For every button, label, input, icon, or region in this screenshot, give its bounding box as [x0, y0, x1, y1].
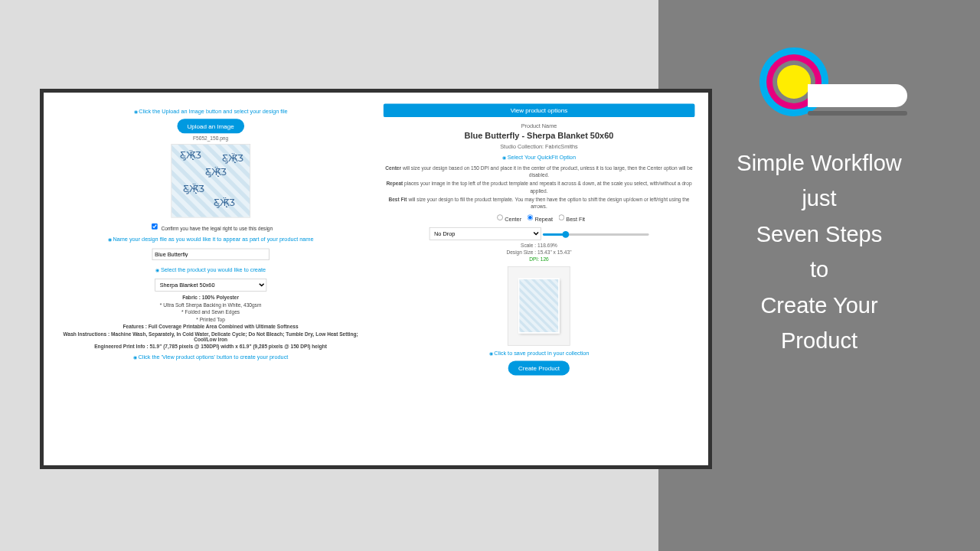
studio-label: Studio Collection: FabricSmiths — [383, 143, 694, 149]
step-2-label: Name your design file as you would like … — [55, 236, 367, 243]
features-label: Features : Full Coverage Printable Area … — [55, 324, 367, 329]
scale-value: Scale : 118.69% — [383, 243, 694, 248]
bestfit-desc: Best Fit will size your design to fill t… — [383, 196, 694, 210]
legal-confirm[interactable]: Confirm you have the legal right to use … — [55, 221, 367, 232]
step-5-label: Select Your QuickFit Option — [383, 154, 694, 160]
spec-1: * Ultra Soft Sherpa Backing in White, 43… — [55, 302, 367, 308]
design-preview: Ƹ̵̡Ӝ̵̨̄Ʒ Ƹ̵̡Ӝ̵̨̄Ʒ Ƹ̵̡Ӝ̵̨̄Ʒ Ƹ̵̡Ӝ̵̨̄Ʒ Ƹ̵̡Ӝ… — [171, 144, 250, 217]
create-product-button[interactable]: Create Product — [508, 360, 570, 375]
brand-logo — [754, 38, 884, 122]
upload-image-button[interactable]: Upload an Image — [177, 119, 243, 133]
product-name-label: Product Name — [383, 122, 694, 129]
product-preview — [508, 266, 570, 346]
design-name-input[interactable] — [152, 249, 269, 260]
quickfit-options[interactable]: Center Repeat Best Fit — [383, 214, 694, 222]
step-6-label: Click to save product in your collection — [383, 350, 694, 356]
repeat-desc: Repeat places your image in the top left… — [383, 181, 694, 194]
drop-select[interactable]: No Drop — [429, 227, 541, 240]
scale-slider[interactable] — [543, 233, 649, 236]
step-4-label: Click the 'View product options' button … — [55, 354, 367, 360]
center-desc: Center Center will size your design base… — [383, 165, 694, 178]
svg-point-3 — [777, 65, 811, 99]
step-3-label: Select the product you would like to cre… — [55, 266, 367, 272]
fabric-label: Fabric : 100% Polyester — [55, 295, 367, 300]
dpi-value: DPI: 126 — [383, 256, 694, 262]
uploaded-filename: F5052_150.png — [55, 135, 367, 141]
size-value: Design Size : 15.43" x 15.43" — [383, 249, 694, 255]
step-1-label: Click the Upload an Image button and sel… — [55, 108, 367, 114]
wash-label: Wash Instructions : Machine Wash, Separa… — [55, 331, 367, 343]
view-options-button[interactable]: View product options — [383, 104, 694, 118]
spec-2: * Folded and Sewn Edges — [55, 309, 367, 315]
product-select[interactable]: Sherpa Blanket 50x60 — [155, 279, 266, 292]
print-info-label: Engineered Print Info : 51.9" (7,785 pix… — [55, 344, 367, 350]
spec-3: * Printed Top — [55, 317, 367, 322]
product-title: Blue Butterfly - Sherpa Blanket 50x60 — [383, 131, 694, 140]
